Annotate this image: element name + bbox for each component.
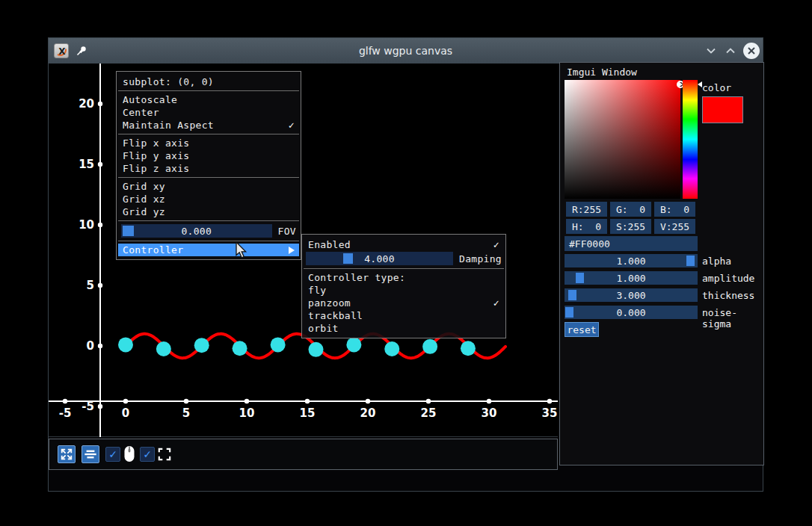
v-field[interactable]: V:255 <box>654 219 695 234</box>
svg-text:15: 15 <box>79 158 94 171</box>
noise-sigma-slider[interactable]: 0.000 <box>565 306 698 319</box>
controller-submenu: Enabled✓ 4.000 Damping Controller type: … <box>301 234 506 338</box>
amplitude-slider[interactable]: 1.000 <box>565 271 698 285</box>
menu-item-grid-yz[interactable]: Grid yz <box>117 205 301 218</box>
g-field[interactable]: G: 0 <box>610 202 651 217</box>
svg-text:15: 15 <box>300 406 316 420</box>
menu-item-flip-z[interactable]: Flip z axis <box>117 162 301 175</box>
alpha-slider[interactable]: 1.000 <box>565 254 698 267</box>
minimize-button[interactable] <box>703 44 719 58</box>
context-menu: subplot: (0, 0) Autoscale Center Maintai… <box>116 71 301 260</box>
svg-text:5: 5 <box>182 406 190 420</box>
separator <box>118 220 299 221</box>
fov-label: FOV <box>278 226 296 237</box>
expand-arrows-icon <box>60 448 73 461</box>
menu-item-grid-xz[interactable]: Grid xz <box>117 193 301 205</box>
check-icon: ✓ <box>144 448 151 460</box>
menu-item-trackball[interactable]: trackball <box>302 309 505 322</box>
svg-text:-5: -5 <box>59 406 72 420</box>
menu-item-orbit[interactable]: orbit <box>302 322 505 335</box>
imgui-window-title[interactable]: Imgui Window <box>567 66 637 78</box>
svg-text:20: 20 <box>79 97 94 111</box>
thickness-label: thickness <box>702 290 754 301</box>
menu-item-flip-y[interactable]: Flip y axis <box>117 149 301 162</box>
screen: X glfw wgpu canvas -50 <box>0 0 812 526</box>
thickness-slider[interactable]: 3.000 <box>565 288 698 302</box>
check-icon: ✓ <box>493 238 499 251</box>
fov-slider[interactable]: 0.000 <box>121 224 272 238</box>
separator <box>118 90 299 91</box>
b-field[interactable]: B: 0 <box>654 202 695 217</box>
svg-text:-5: -5 <box>81 400 94 413</box>
r-field[interactable]: R:255 <box>566 202 607 217</box>
autoscale-button[interactable] <box>58 445 76 463</box>
imgui-window: Imgui Window color R:255 G: 0 B: 0 H: 0 … <box>559 62 764 465</box>
menu-item-maintain-aspect[interactable]: Maintain Aspect✓ <box>117 119 301 132</box>
color-swatch[interactable] <box>702 96 743 123</box>
submenu-arrow-icon <box>289 247 295 254</box>
s-field[interactable]: S:255 <box>610 219 651 234</box>
menu-item-fly[interactable]: fly <box>302 284 505 297</box>
amplitude-label: amplitude <box>702 273 754 284</box>
controller-checkbox[interactable]: ✓ <box>105 447 120 462</box>
svg-text:25: 25 <box>421 406 437 420</box>
reset-button[interactable]: reset <box>565 322 599 337</box>
menu-item-flip-x[interactable]: Flip x axis <box>117 137 301 149</box>
mouse-cursor-icon <box>236 242 249 263</box>
menu-item-panzoom[interactable]: panzoom✓ <box>302 297 505 309</box>
hex-field[interactable]: #FF0000 <box>565 236 698 251</box>
saturation-value-picker[interactable] <box>565 80 680 199</box>
check-icon: ✓ <box>109 448 117 460</box>
menu-item-grid-xy[interactable]: Grid xy <box>117 180 301 193</box>
separator <box>118 134 299 134</box>
svg-text:20: 20 <box>360 406 376 420</box>
svg-text:0: 0 <box>87 339 94 353</box>
maintain-aspect-checkbox[interactable]: ✓ <box>140 447 155 462</box>
alpha-label: alpha <box>702 256 731 267</box>
hue-marker-left <box>678 81 683 87</box>
svg-text:10: 10 <box>239 406 255 420</box>
center-lines-icon <box>84 448 97 461</box>
window-title: glfw wgpu canvas <box>49 45 763 57</box>
separator <box>118 241 299 241</box>
maximize-button[interactable] <box>722 44 739 58</box>
close-icon <box>747 46 756 55</box>
svg-text:0: 0 <box>122 406 129 420</box>
hue-bar[interactable] <box>683 80 698 199</box>
damping-label: Damping <box>459 253 502 264</box>
frame-corners-icon <box>158 448 171 461</box>
mouse-icon <box>122 445 137 464</box>
menu-item-controller[interactable]: Controller <box>118 244 299 256</box>
plot-toolbar: ✓ ✓ <box>49 439 558 470</box>
center-button[interactable] <box>81 445 99 463</box>
svg-text:30: 30 <box>482 406 497 420</box>
menu-item-center[interactable]: Center <box>117 106 301 119</box>
controller-type-header: Controller type: <box>302 271 505 284</box>
check-icon: ✓ <box>289 119 295 132</box>
svg-text:5: 5 <box>87 279 94 292</box>
h-field[interactable]: H: 0 <box>566 219 607 234</box>
damping-slider[interactable]: 4.000 <box>306 252 453 265</box>
context-menu-title: subplot: (0, 0) <box>117 75 301 88</box>
menu-item-enabled[interactable]: Enabled✓ <box>302 238 505 251</box>
svg-text:10: 10 <box>79 218 94 232</box>
color-label: color <box>702 82 731 93</box>
svg-text:35: 35 <box>542 406 558 420</box>
close-button[interactable] <box>743 43 760 59</box>
check-icon: ✓ <box>493 297 499 309</box>
menu-item-autoscale[interactable]: Autoscale <box>117 93 301 106</box>
noise-sigma-label: noise-sigma <box>702 307 763 329</box>
titlebar: X glfw wgpu canvas <box>49 38 763 64</box>
separator <box>304 268 504 269</box>
separator <box>118 177 299 178</box>
chevron-up-icon <box>726 48 735 54</box>
chevron-down-icon <box>707 48 716 54</box>
